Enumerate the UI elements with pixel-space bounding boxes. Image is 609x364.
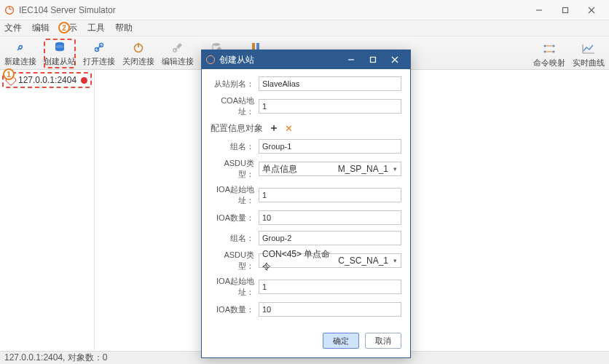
group-name-label: 组名： (211, 233, 259, 244)
asdu-select[interactable]: 单点信息 M_SP_NA_1 ▾ (259, 162, 401, 176)
svg-point-12 (213, 43, 220, 46)
create-slave-dialog: 创建从站 从站别名： COA站地址： 配置信息对象 ＋ ✕ 组名： (201, 50, 411, 358)
status-text: 127.0.0.1:2404, 对象数：0 (4, 352, 107, 364)
dialog-minimize-button[interactable] (340, 50, 362, 69)
annotation-1: 1 (3, 68, 15, 80)
ioa-count-input[interactable] (259, 302, 401, 317)
chevron-down-icon: ▾ (391, 257, 399, 264)
ok-button[interactable]: 确定 (323, 333, 359, 349)
coa-input[interactable] (259, 99, 401, 114)
config-header: 配置信息对象 (211, 122, 263, 135)
map-icon (542, 41, 557, 56)
ioa-count-input[interactable] (259, 210, 401, 225)
dialog-close-button[interactable] (384, 50, 406, 69)
dialog-maximize-button[interactable] (362, 50, 384, 69)
tb-edit-connection[interactable]: 编辑连接 (162, 40, 194, 68)
window-close-button[interactable] (578, 0, 605, 20)
ioa-count-label: IOA数量： (211, 304, 259, 315)
ioa-start-label: IOA起始地址： (211, 184, 259, 206)
svg-point-6 (55, 45, 64, 48)
tree-node-label: 127.0.0.1:2404 (18, 75, 76, 85)
app-logo-icon (4, 5, 15, 15)
connection-tree: 127.0.0.1:2404 (0, 70, 95, 351)
alias-label: 从站别名： (211, 79, 259, 90)
menu-file[interactable]: 文件 (4, 22, 22, 34)
coa-label: COA站地址： (211, 95, 259, 117)
tree-node-connection[interactable]: 127.0.0.1:2404 (2, 72, 92, 88)
alias-input[interactable] (259, 76, 401, 91)
group-name-input[interactable] (259, 139, 401, 154)
asdu-name: CON<45> 单点命令 (262, 248, 338, 273)
group-block: 组名： ASDU类型： 单点信息 M_SP_NA_1 ▾ IOA起始地址： IO… (211, 139, 401, 225)
ioa-start-input[interactable] (259, 280, 401, 294)
menu-edit[interactable]: 编辑 (32, 22, 50, 34)
group-name-input[interactable] (259, 231, 401, 245)
dialog-titlebar[interactable]: 创建从站 (202, 50, 410, 69)
cancel-button[interactable]: 取消 (365, 333, 401, 349)
dialog-title: 创建从站 (219, 54, 254, 66)
asdu-code: M_SP_NA_1 (338, 164, 388, 174)
ioa-start-label: IOA起始地址： (211, 276, 259, 298)
remove-group-button[interactable]: ✕ (285, 123, 293, 134)
window-titlebar: IEC104 Server Simulator (0, 0, 609, 20)
asdu-select[interactable]: CON<45> 单点命令 C_SC_NA_1 ▾ (259, 253, 401, 268)
annotation-2: 2 (58, 22, 70, 33)
tb-open-connection[interactable]: 打开连接 (83, 40, 115, 68)
power-icon (131, 40, 146, 55)
dialog-logo-icon (206, 55, 215, 64)
tb-new-connection[interactable]: 新建连接 (4, 40, 36, 68)
tb-command-map[interactable]: 命令映射 (533, 41, 565, 68)
database-icon (52, 40, 67, 55)
group-block: 组名： ASDU类型： CON<45> 单点命令 C_SC_NA_1 ▾ IOA… (211, 231, 401, 317)
group-name-label: 组名： (211, 141, 259, 152)
asdu-label: ASDU类型： (211, 158, 259, 180)
asdu-name: 单点信息 (262, 163, 297, 175)
window-minimize-button[interactable] (526, 0, 552, 20)
menu-help[interactable]: 帮助 (115, 22, 133, 34)
ioa-count-label: IOA数量： (211, 213, 259, 223)
svg-rect-2 (563, 7, 568, 12)
link-open-icon (92, 40, 106, 55)
ioa-start-input[interactable] (259, 188, 401, 202)
tb-close-connection[interactable]: 关闭连接 (122, 40, 154, 68)
tb-create-slave[interactable]: 创建从站 (44, 39, 76, 68)
asdu-label: ASDU类型： (211, 250, 259, 272)
window-title: IEC104 Server Simulator (19, 5, 116, 15)
menubar: 文件 编辑 显示 工具 帮助 (0, 20, 609, 36)
add-group-button[interactable]: ＋ (269, 122, 279, 135)
menu-tools[interactable]: 工具 (87, 22, 105, 34)
asdu-code: C_SC_NA_1 (338, 256, 388, 266)
link-icon (13, 40, 28, 55)
link-edit-icon (170, 40, 185, 55)
window-maximize-button[interactable] (552, 0, 578, 20)
tb-realtime-chart[interactable]: 实时曲线 (573, 41, 605, 68)
chart-icon (581, 41, 596, 56)
status-dot-icon (81, 77, 87, 84)
chevron-down-icon: ▾ (391, 165, 399, 173)
svg-rect-20 (371, 58, 376, 63)
